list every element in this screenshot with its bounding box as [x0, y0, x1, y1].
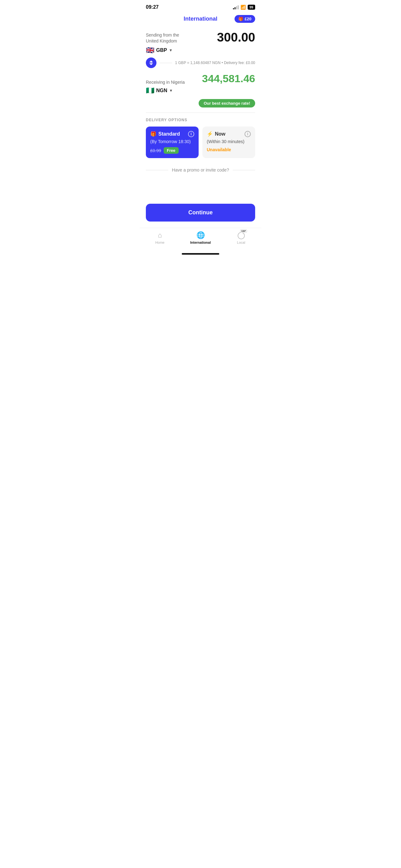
- continue-button-wrapper: Continue: [140, 204, 261, 228]
- send-label-line1: Sending from the: [146, 32, 179, 38]
- home-bar: [182, 253, 219, 255]
- delivery-options-list: 🎁 Standard i (By Tomorrow 18:30) £0.99 F…: [146, 127, 255, 158]
- ngn-code: NGN: [156, 88, 167, 93]
- signal-icon: [233, 5, 239, 9]
- standard-delivery-card[interactable]: 🎁 Standard i (By Tomorrow 18:30) £0.99 F…: [146, 127, 199, 158]
- status-bar: 09:27 📶 99: [140, 0, 261, 12]
- gift-delivery-icon: 🎁: [150, 131, 157, 137]
- nav-item-international[interactable]: 🌐 International: [180, 231, 221, 244]
- nav-item-home[interactable]: ⌂ Home: [140, 231, 180, 244]
- delivery-options-title: DELIVERY OPTIONS: [146, 118, 255, 122]
- promo-row[interactable]: Have a promo or invite code?: [146, 167, 255, 173]
- nav-item-local[interactable]: ◯ GBP Local: [221, 231, 261, 244]
- swap-button[interactable]: [146, 58, 157, 68]
- exchange-rate-text: 1 GBP = 1,148.60487 NGN • Delivery fee: …: [175, 61, 255, 65]
- receive-label: Receiving in Nigeria: [146, 80, 185, 85]
- exchange-divider-left: [160, 63, 172, 63]
- receive-amount[interactable]: 344,581.46: [202, 72, 255, 85]
- now-delivery-card[interactable]: ⚡ Now i (Within 30 minutes) Unavailable: [202, 127, 255, 158]
- receive-label-text: Receiving in Nigeria: [146, 80, 185, 85]
- page-title: International: [183, 16, 218, 22]
- standard-delivery-name: 🎁 Standard: [150, 131, 180, 137]
- best-rate-badge: Our best exchange rate!: [199, 99, 255, 107]
- globe-icon: 🌐: [196, 231, 205, 239]
- standard-delivery-time: (By Tomorrow 18:30): [150, 139, 194, 144]
- standard-price-row: £0.99 Free: [150, 147, 194, 154]
- standard-card-header: 🎁 Standard i: [150, 131, 194, 137]
- header: International 🎁 £20: [140, 12, 261, 27]
- now-info-icon[interactable]: i: [244, 131, 251, 137]
- chevron-down-icon: ▼: [169, 48, 173, 53]
- standard-original-price: £0.99: [150, 148, 161, 153]
- home-label: Home: [155, 241, 164, 244]
- receive-section: Receiving in Nigeria 344,581.46: [146, 72, 255, 85]
- bottom-nav: ⌂ Home 🌐 International ◯ GBP Local: [140, 228, 261, 251]
- status-icons: 📶 99: [233, 5, 255, 10]
- section-divider: [146, 113, 255, 113]
- international-label: International: [190, 241, 211, 244]
- now-card-header: ⚡ Now i: [207, 131, 251, 137]
- gbp-code: GBP: [156, 48, 167, 53]
- local-icon-wrapper: ◯ GBP: [237, 231, 245, 239]
- battery-indicator: 99: [248, 5, 255, 10]
- local-label: Local: [237, 241, 245, 244]
- now-delivery-time: (Within 30 minutes): [207, 139, 251, 144]
- ngn-flag: 🇳🇬: [146, 87, 154, 95]
- home-icon: ⌂: [158, 231, 162, 239]
- promo-line-right: [233, 170, 255, 170]
- main-content: Sending from the United Kingdom 300.00 🇬…: [140, 27, 261, 204]
- lightning-icon: ⚡: [207, 131, 213, 137]
- standard-info-icon[interactable]: i: [188, 131, 194, 137]
- home-indicator: [140, 251, 261, 256]
- send-section: Sending from the United Kingdom 300.00: [146, 30, 255, 44]
- promo-text: Have a promo or invite code?: [172, 167, 229, 173]
- delivery-options-section: DELIVERY OPTIONS 🎁 Standard i (By Tomorr…: [146, 118, 255, 158]
- exchange-rate-row: 1 GBP = 1,148.60487 NGN • Delivery fee: …: [146, 58, 255, 68]
- status-time: 09:27: [146, 4, 159, 10]
- gift-badge[interactable]: 🎁 £20: [235, 15, 255, 23]
- spacer: [146, 185, 255, 204]
- gift-amount: £20: [244, 17, 252, 21]
- send-label: Sending from the United Kingdom: [146, 32, 179, 44]
- receive-currency-selector[interactable]: 🇳🇬 NGN ▼: [146, 87, 255, 95]
- standard-free-badge: Free: [164, 147, 178, 154]
- now-delivery-name: ⚡ Now: [207, 131, 226, 137]
- wifi-icon: 📶: [240, 5, 246, 10]
- gbp-flag: 🇬🇧: [146, 46, 154, 54]
- now-unavailable-text: Unavailable: [207, 147, 251, 152]
- promo-line-left: [146, 170, 168, 170]
- send-amount[interactable]: 300.00: [217, 30, 255, 44]
- chevron-down-icon-ngn: ▼: [169, 88, 173, 93]
- continue-button[interactable]: Continue: [146, 204, 255, 221]
- send-label-line2: United Kingdom: [146, 38, 179, 44]
- send-currency-selector[interactable]: 🇬🇧 GBP ▼: [146, 46, 255, 54]
- gift-icon: 🎁: [238, 17, 243, 21]
